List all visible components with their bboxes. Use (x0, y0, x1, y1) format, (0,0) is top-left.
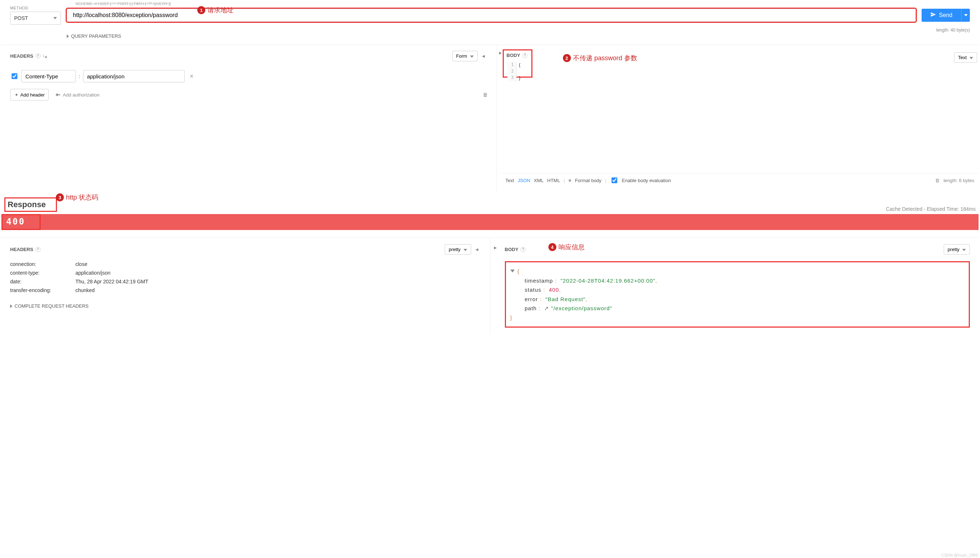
chevron-down-icon (962, 249, 966, 251)
body-length-text: length: 6 bytes (943, 178, 974, 183)
chevron-down-icon (970, 57, 973, 59)
enable-body-label: Enable body evaluation (622, 178, 671, 183)
response-body-title: BODY (505, 247, 519, 252)
caret-right-icon (67, 34, 69, 38)
annotation-text-2: 不传递 password 参数 (573, 54, 637, 62)
resp-header-val: application/json (75, 270, 481, 276)
add-header-button[interactable]: ＋ Add header (10, 89, 49, 100)
method-select[interactable]: POST (10, 11, 61, 25)
send-button[interactable]: Send (922, 9, 961, 22)
resp-header-key: transfer-encoding: (10, 287, 75, 293)
help-icon[interactable]: ? (36, 247, 41, 252)
resp-header-key: content-type: (10, 270, 75, 276)
format-body-icon: ≡ (569, 178, 572, 183)
collapse-left-icon[interactable]: ◀ (479, 54, 488, 58)
annotation-badge-2: 2 (563, 54, 571, 62)
chevron-down-icon (53, 17, 57, 19)
response-headers-title: HEADERS (10, 247, 33, 252)
trash-icon[interactable]: 🗑︎ (935, 178, 940, 183)
key-icon: 🔑︎ (56, 92, 61, 98)
response-status-code: 400 (2, 214, 41, 230)
help-icon[interactable]: ? (36, 53, 41, 58)
send-icon (930, 11, 936, 19)
collapse-left-icon[interactable]: ◀ (473, 248, 481, 251)
chevron-down-icon (470, 56, 474, 58)
headers-form-button[interactable]: Form (452, 51, 478, 61)
body-text-button[interactable]: Text (954, 52, 977, 63)
delete-header-icon[interactable]: × (187, 72, 196, 80)
request-body-editor[interactable]: { } (519, 62, 521, 82)
format-body-link[interactable]: Format body (575, 178, 601, 183)
url-scheme-hint: SCHEME :// HOST [ ":" PORT ] [ PATH [ "?… (75, 2, 171, 6)
url-input[interactable] (67, 9, 916, 22)
help-icon[interactable]: ? (521, 247, 526, 252)
chevron-down-icon (964, 14, 968, 16)
method-value: POST (14, 15, 28, 21)
headers-title: HEADERS (10, 53, 33, 59)
resp-header-val: close (75, 261, 481, 267)
resp-header-val: Thu, 28 Apr 2022 04:42:19 GMT (75, 279, 481, 284)
response-headers-pretty-button[interactable]: pretty (445, 244, 471, 255)
trash-icon[interactable]: 🗑︎ (483, 92, 488, 98)
chevron-down-icon (464, 249, 467, 251)
sort-icon[interactable]: ↓A (43, 53, 48, 59)
url-length-text: length: 40 byte(s) (2, 28, 978, 33)
header-value-input[interactable] (83, 70, 185, 82)
body-title: BODY (507, 53, 521, 58)
send-dropdown[interactable] (961, 9, 970, 22)
body-type-json[interactable]: JSON (518, 178, 530, 183)
external-link-icon[interactable]: ↗︎ (544, 305, 549, 311)
enable-body-checkbox[interactable] (611, 177, 617, 183)
plus-icon: ＋ (14, 92, 19, 98)
resp-header-key: date: (10, 279, 75, 284)
response-body-pretty-button[interactable]: pretty (944, 244, 970, 255)
body-type-html[interactable]: HTML (547, 178, 560, 183)
response-body-json: { timestamp : "2022-04-28T04:42:19.662+0… (505, 261, 970, 328)
header-enabled-checkbox[interactable] (11, 73, 17, 79)
expand-right-icon[interactable]: ▶ (491, 246, 500, 249)
caret-right-icon (10, 304, 12, 308)
help-icon[interactable]: ? (522, 53, 528, 58)
add-authorization-link[interactable]: 🔑︎ Add authorization (56, 92, 99, 98)
query-parameters-toggle[interactable]: QUERY PARAMETERS (2, 33, 978, 39)
body-type-text[interactable]: Text (506, 178, 514, 183)
response-path-link[interactable]: "/exception/password" (551, 305, 612, 311)
method-label: METHOD (10, 6, 61, 10)
complete-request-headers-toggle[interactable]: COMPLETE REQUEST HEADERS (10, 303, 481, 309)
header-name-input[interactable] (21, 70, 76, 82)
body-type-xml[interactable]: XML (534, 178, 544, 183)
resp-header-val: chunked (75, 287, 481, 293)
response-title: Response (8, 200, 46, 209)
resp-header-key: connection: (10, 261, 75, 267)
caret-down-icon[interactable] (510, 269, 515, 272)
cache-info: Cache Detected - Elapsed Time: 184ms (886, 206, 976, 212)
